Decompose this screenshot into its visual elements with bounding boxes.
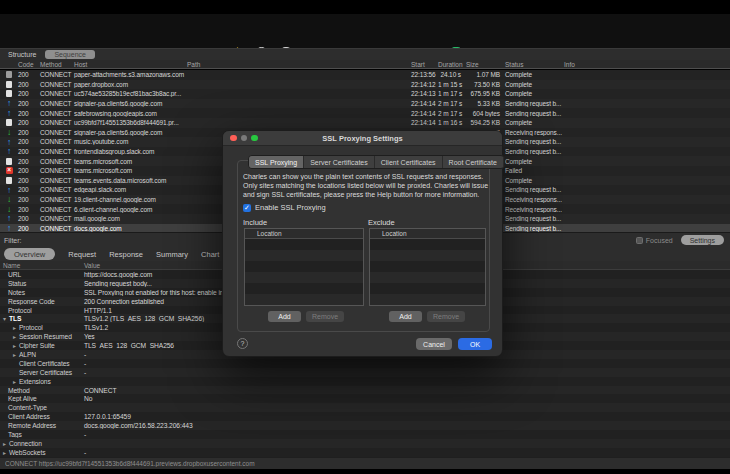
Content-Type[interactable]: Content-Type — [0, 403, 730, 412]
include-list-body[interactable] — [245, 239, 363, 305]
structure-toggle[interactable]: Structure — [8, 51, 36, 58]
col-size[interactable]: Size — [464, 61, 503, 68]
dialog-titlebar: SSL Proxying Settings — [223, 131, 502, 146]
request-row[interactable]: 200 CONNECT uc99bfd7f14551353b6d8f444691… — [0, 118, 730, 128]
detail-col-name[interactable]: Name — [0, 262, 82, 269]
request-row[interactable]: ↑ 200 CONNECT signaler-pa.clients6.googl… — [0, 99, 730, 109]
exclude-label: Exclude — [368, 218, 395, 227]
col-host[interactable]: Host — [72, 61, 185, 68]
detail-col-value[interactable]: Value — [82, 262, 100, 269]
request-row[interactable]: ↑ 200 CONNECT safebrowsing.googleapis.co… — [0, 108, 730, 118]
detail-tab[interactable]: Overview — [4, 248, 55, 260]
request-type-icon — [0, 156, 16, 166]
Extensions[interactable]: ▸Extensions — [0, 377, 730, 386]
exclude-remove-button[interactable]: Remove — [427, 311, 465, 322]
Method[interactable]: Method CONNECT — [0, 386, 730, 395]
request-row[interactable]: 200 CONNECT paper.dropbox.com 22:14:12 1… — [0, 80, 730, 90]
include-list[interactable]: Location — [244, 228, 364, 306]
request-type-icon: ↑ — [0, 108, 16, 118]
focused-label: Focused — [646, 237, 673, 244]
col-info[interactable]: Info — [562, 61, 730, 68]
enable-ssl-proxying-label: Enable SSL Proxying — [255, 203, 326, 212]
col-path[interactable]: Path — [185, 61, 409, 68]
Remote Address[interactable]: Remote Address docs.google.com/216.58.22… — [0, 421, 730, 430]
request-type-icon — [0, 80, 16, 90]
dialog-tab-strip: SSL Proxying Server Certificates Client … — [248, 155, 505, 169]
request-type-icon: ↑ — [0, 137, 16, 147]
exclude-add-button[interactable]: Add — [389, 311, 422, 322]
request-type-icon: ↓ — [0, 195, 16, 205]
enable-ssl-proxying-checkbox[interactable]: ✓ — [243, 204, 251, 212]
Connection[interactable]: ▸Connection — [0, 439, 730, 448]
dialog-tab[interactable]: SSL Proxying — [249, 156, 304, 168]
request-type-icon: ↓ — [0, 128, 16, 138]
detail-tab[interactable]: Summary — [156, 250, 188, 259]
ssl-proxying-settings-dialog: SSL Proxying Settings SSL Proxying Serve… — [222, 130, 503, 357]
settings-button[interactable]: Settings — [681, 235, 724, 245]
charles-proxy-window: ⚙ ✎ C ✓ ⚙ Structure Sequence Code Method… — [0, 0, 730, 474]
detail-tab[interactable]: Request — [68, 250, 96, 259]
detail-tab[interactable]: Chart — [201, 250, 219, 259]
request-row[interactable]: 200 CONNECT uc574ae53285b19ecf81bac3b8ac… — [0, 89, 730, 99]
request-type-icon: ↑ — [0, 185, 16, 195]
col-duration[interactable]: Duration — [436, 61, 464, 68]
enable-ssl-proxying-row: ✓ Enable SSL Proxying — [243, 203, 326, 212]
include-add-button[interactable]: Add — [268, 311, 301, 322]
cancel-button[interactable]: Cancel — [416, 338, 452, 350]
request-table-header: Code Method Host Path Start Duration Siz… — [0, 60, 730, 69]
request-type-icon: ↑ — [0, 147, 16, 157]
view-toggle-bar: Structure Sequence — [0, 48, 730, 60]
Client Address[interactable]: Client Address 127.0.0.1:65459 — [0, 412, 730, 421]
filter-label: Filter: — [4, 237, 22, 244]
detail-tab[interactable]: Response — [109, 250, 143, 259]
col-start[interactable]: Start — [409, 61, 436, 68]
dialog-tab[interactable]: Client Certificates — [375, 156, 443, 168]
include-remove-button[interactable]: Remove — [306, 311, 344, 322]
status-bar-text: CONNECT https://uc99bfd7f14551353b6d8f44… — [5, 460, 255, 467]
Kept Alive[interactable]: Kept Alive No — [0, 394, 730, 403]
exclude-list[interactable]: Location — [369, 228, 486, 306]
dialog-tab[interactable]: Server Certificates — [304, 156, 375, 168]
include-location-header[interactable]: Location — [245, 229, 363, 239]
help-button[interactable]: ? — [237, 338, 248, 349]
request-type-icon — [0, 70, 16, 80]
request-type-icon — [0, 176, 16, 186]
sequence-toggle[interactable]: Sequence — [45, 50, 95, 59]
exclude-location-header[interactable]: Location — [370, 229, 485, 239]
col-status[interactable]: Status — [503, 61, 562, 68]
col-method[interactable]: Method — [38, 61, 72, 68]
dialog-tab[interactable]: Root Certificate — [443, 156, 504, 168]
toolbar: ⚙ ✎ C ✓ ⚙ — [0, 14, 730, 48]
Tags[interactable]: Tags - — [0, 430, 730, 439]
exclude-list-body[interactable] — [370, 239, 485, 305]
Server Certificates[interactable]: Server Certificates - — [0, 368, 730, 377]
request-type-icon — [0, 89, 16, 99]
focused-checkbox[interactable] — [636, 237, 643, 244]
request-row[interactable]: 200 CONNECT paper-attachments.s3.amazona… — [0, 70, 730, 80]
request-type-icon: ↑ — [0, 99, 16, 109]
Client Certificates[interactable]: Client Certificates - — [0, 359, 730, 368]
status-bar: CONNECT https://uc99bfd7f14551353b6d8f44… — [0, 457, 730, 469]
include-label: Include — [243, 218, 267, 227]
request-type-icon: ↑ — [0, 214, 16, 224]
request-type-icon: ↓ — [0, 204, 16, 214]
col-code[interactable]: Code — [16, 61, 38, 68]
WebSockets[interactable]: ▸WebSockets - — [0, 448, 730, 457]
ok-button[interactable]: OK — [458, 338, 492, 350]
dialog-title: SSL Proxying Settings — [223, 134, 502, 143]
dialog-description: Charles can show you the plain text cont… — [243, 172, 489, 200]
request-type-icon: × — [0, 166, 16, 176]
request-type-icon — [0, 118, 16, 128]
